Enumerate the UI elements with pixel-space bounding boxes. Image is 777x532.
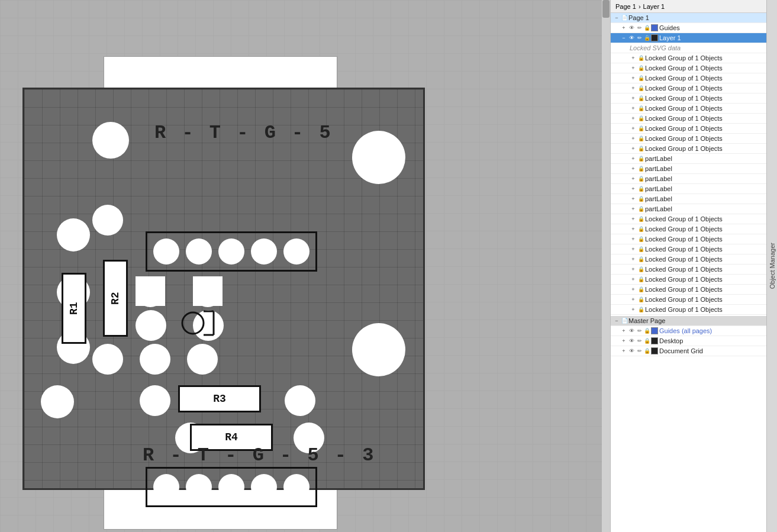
guides-edit[interactable]: ✏ [636,25,643,31]
tree-layer-item-22[interactable]: +🔒Locked Group of 1 Objects [611,275,766,285]
layer-item-expand-12[interactable]: + [630,175,637,182]
tree-layer-item-9[interactable]: +🔒Locked Group of 1 Objects [611,144,766,154]
mp-item-lock-1[interactable]: 🔒 [643,338,651,344]
tree-master-page[interactable]: − 📄 Master Page [611,316,766,326]
mp-item-edit-0[interactable]: ✏ [636,328,643,334]
guides-lock[interactable]: 🔒 [643,25,651,31]
canvas-area[interactable]: R - T - G - 5 R1 R2 [0,0,610,532]
tree-page1[interactable]: − 📄 Page 1 [611,13,766,23]
tree-panel[interactable]: − 📄 Page 1 + 👁 ✏ 🔒 Guides − 👁 ✏ 🔒 Layer … [611,13,766,532]
layer1-edit[interactable]: ✏ [636,35,643,41]
tree-layer-item-12[interactable]: +🔒partLabel [611,174,766,184]
layer-item-expand-21[interactable]: + [630,266,637,273]
layer-item-expand-14[interactable]: + [630,195,637,202]
layer1-eye[interactable]: 👁 [628,35,636,41]
layer-item-label-5: Locked Group of 1 Objects [645,105,764,112]
layer-item-lock-12: 🔒 [637,176,645,182]
layer-item-expand-16[interactable]: + [630,215,637,223]
layer-item-expand-24[interactable]: + [630,296,637,303]
mp-item-lock-2[interactable]: 🔒 [643,348,651,354]
tree-masterpage-item-1[interactable]: +👁✏🔒Desktop [611,336,766,346]
layer-item-label-15: partLabel [645,205,764,212]
tree-layer-item-25[interactable]: +🔒Locked Group of 1 Objects [611,305,766,315]
layer1-lock[interactable]: 🔒 [643,35,651,41]
mp-item-lock-0[interactable]: 🔒 [643,328,651,334]
tree-layer-item-0[interactable]: +🔒Locked Group of 1 Objects [611,53,766,63]
tree-layer-item-20[interactable]: +🔒Locked Group of 1 Objects [611,254,766,265]
connector-pad-b2 [186,474,212,500]
mp-item-eye-2[interactable]: 👁 [628,348,636,354]
scrollbar-thumb[interactable] [602,0,610,18]
tree-layer-item-18[interactable]: +🔒Locked Group of 1 Objects [611,234,766,244]
mp-item-expand-2[interactable]: + [620,347,627,354]
tree-layer-item-13[interactable]: +🔒partLabel [611,184,766,194]
layer-item-expand-2[interactable]: + [630,75,637,82]
tree-layer-item-21[interactable]: +🔒Locked Group of 1 Objects [611,265,766,275]
mp-item-eye-1[interactable]: 👁 [628,338,636,344]
layer-item-lock-3: 🔒 [637,85,645,91]
layer-item-expand-0[interactable]: + [630,54,637,62]
tree-layer-item-2[interactable]: +🔒Locked Group of 1 Objects [611,73,766,83]
layer-item-expand-8[interactable]: + [630,135,637,142]
tree-layer-item-23[interactable]: +🔒Locked Group of 1 Objects [611,285,766,295]
guides-eye[interactable]: 👁 [628,25,636,31]
layer-item-expand-19[interactable]: + [630,246,637,253]
tree-layer-item-14[interactable]: +🔒partLabel [611,194,766,204]
tree-masterpage-item-2[interactable]: +👁✏🔒Document Grid [611,346,766,356]
layer1-collapse-icon[interactable]: − [620,34,627,41]
layer-item-expand-1[interactable]: + [630,65,637,72]
page1-collapse-icon[interactable]: − [613,14,620,21]
pad-large-right-top [352,131,405,184]
layer-item-expand-3[interactable]: + [630,85,637,92]
layer-item-expand-13[interactable]: + [630,185,637,192]
tree-layer-item-6[interactable]: +🔒Locked Group of 1 Objects [611,114,766,124]
layer-item-expand-18[interactable]: + [630,236,637,243]
guides-expand-icon[interactable]: + [620,24,627,31]
layer-item-label-23: Locked Group of 1 Objects [645,286,764,293]
tree-layer1[interactable]: − 👁 ✏ 🔒 Layer 1 [611,33,766,43]
layer-item-expand-6[interactable]: + [630,115,637,122]
layer-item-expand-20[interactable]: + [630,256,637,263]
layer-item-label-8: Locked Group of 1 Objects [645,135,764,142]
mp-item-edit-1[interactable]: ✏ [636,338,643,344]
tree-layer-item-4[interactable]: +🔒Locked Group of 1 Objects [611,93,766,104]
layer-item-expand-17[interactable]: + [630,225,637,233]
layer-item-expand-4[interactable]: + [630,95,637,102]
tree-layer-item-11[interactable]: +🔒partLabel [611,164,766,174]
layer-item-expand-22[interactable]: + [630,276,637,283]
object-manager-tab[interactable]: Object Manager [766,0,777,532]
layer-item-expand-5[interactable]: + [630,105,637,112]
layer-item-lock-13: 🔒 [637,186,645,192]
tree-layer-item-7[interactable]: +🔒Locked Group of 1 Objects [611,124,766,134]
tree-layer-item-15[interactable]: +🔒partLabel [611,204,766,214]
mp-item-expand-0[interactable]: + [620,327,627,334]
layer-item-expand-15[interactable]: + [630,205,637,212]
tree-layer-item-17[interactable]: +🔒Locked Group of 1 Objects [611,224,766,234]
scatter-pad-4 [187,344,218,375]
tree-locked-svg[interactable]: Locked SVG data [611,43,766,53]
tree-masterpage-item-0[interactable]: +👁✏🔒Guides (all pages) [611,326,766,336]
tree-layer-item-10[interactable]: +🔒partLabel [611,154,766,164]
mp-item-eye-0[interactable]: 👁 [628,328,636,334]
masterpage-collapse-icon[interactable]: − [613,317,620,324]
tree-layer-item-1[interactable]: +🔒Locked Group of 1 Objects [611,63,766,73]
layer-item-expand-23[interactable]: + [630,286,637,293]
tree-layer-item-19[interactable]: +🔒Locked Group of 1 Objects [611,244,766,254]
layer-item-expand-10[interactable]: + [630,155,637,162]
tree-layer-item-16[interactable]: +🔒Locked Group of 1 Objects [611,214,766,224]
mp-item-edit-2[interactable]: ✏ [636,348,643,354]
layer-item-label-4: Locked Group of 1 Objects [645,95,764,102]
layer-item-expand-11[interactable]: + [630,165,637,172]
layer-item-expand-9[interactable]: + [630,145,637,152]
resistor-r3: R3 [178,385,261,412]
tree-guides[interactable]: + 👁 ✏ 🔒 Guides [611,23,766,33]
tree-layer-item-8[interactable]: +🔒Locked Group of 1 Objects [611,134,766,144]
tree-layer-item-5[interactable]: +🔒Locked Group of 1 Objects [611,104,766,114]
layer-item-expand-7[interactable]: + [630,125,637,132]
mp-item-expand-1[interactable]: + [620,337,627,344]
layer-item-expand-25[interactable]: + [630,306,637,313]
tree-layer-item-24[interactable]: +🔒Locked Group of 1 Objects [611,295,766,305]
tree-layer-item-3[interactable]: +🔒Locked Group of 1 Objects [611,83,766,93]
vertical-scrollbar[interactable] [602,0,610,532]
layer-item-label-19: Locked Group of 1 Objects [645,246,764,253]
